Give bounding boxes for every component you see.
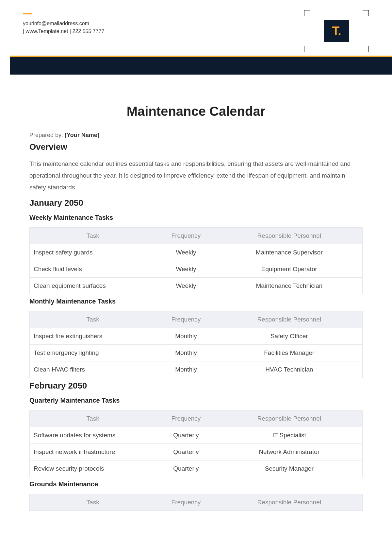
column-header: Task — [30, 410, 156, 427]
month-heading: February 2050 — [29, 381, 363, 391]
contact-info: yourinfo@emailaddress.com | www.Template… — [23, 20, 104, 35]
overview-text: This maintenance calendar outlines essen… — [29, 158, 363, 193]
task-table: TaskFrequencyResponsible PersonnelSoftwa… — [29, 410, 363, 477]
table-cell: Clean equipment surfaces — [30, 278, 156, 294]
table-cell: Monthly — [156, 361, 216, 378]
table-cell: Software updates for systems — [30, 427, 156, 444]
column-header: Frequency — [156, 494, 216, 511]
prepared-name: [Your Name] — [65, 132, 99, 138]
table-row: Clean HVAC filtersMonthlyHVAC Technician — [30, 361, 363, 378]
table-cell: Maintenance Supervisor — [216, 244, 362, 261]
column-header: Responsible Personnel — [216, 410, 362, 427]
table-row: Clean equipment surfacesWeeklyMaintenanc… — [30, 278, 363, 294]
table-row: Check fluid levelsWeeklyEquipment Operat… — [30, 261, 363, 278]
page-title: Maintenance Calendar — [29, 104, 363, 119]
table-cell: Inspect fire extinguishers — [30, 328, 156, 345]
table-cell: Network Administrator — [216, 444, 362, 460]
frame-corner — [304, 10, 310, 16]
contact-block: yourinfo@emailaddress.com | www.Template… — [23, 13, 104, 35]
table-row: Test emergency lightingMonthlyFacilities… — [30, 345, 363, 361]
column-header: Frequency — [156, 410, 216, 427]
table-row: Inspect safety guardsWeeklyMaintenance S… — [30, 244, 363, 261]
table-cell: IT Specialist — [216, 427, 362, 444]
content: Maintenance Calendar Prepared by: [Your … — [0, 75, 392, 511]
table-cell: Quarterly — [156, 444, 216, 460]
table-cell: HVAC Technician — [216, 361, 362, 378]
prepared-by: Prepared by: [Your Name] — [29, 132, 363, 139]
table-cell: Monthly — [156, 345, 216, 361]
table-cell: Weekly — [156, 261, 216, 278]
table-cell: Test emergency lighting — [30, 345, 156, 361]
sections-container: January 2050Weekly Maintenance TasksTask… — [29, 198, 363, 511]
task-group-heading: Grounds Maintenance — [29, 480, 363, 488]
table-cell: Weekly — [156, 278, 216, 294]
overview-heading: Overview — [29, 142, 363, 152]
task-group-heading: Weekly Maintenance Tasks — [29, 214, 363, 221]
logo-icon: T. — [324, 20, 349, 42]
contact-line2: | www.Template.net | 222 555 7777 — [23, 27, 104, 35]
table-cell: Inspect safety guards — [30, 244, 156, 261]
frame-corner — [363, 10, 369, 16]
page-header: yourinfo@emailaddress.com | www.Template… — [0, 0, 392, 52]
table-cell: Monthly — [156, 328, 216, 345]
frame-corner — [304, 46, 310, 52]
table-cell: Weekly — [156, 244, 216, 261]
column-header: Task — [30, 494, 156, 511]
table-cell: Inspect network infrastructure — [30, 444, 156, 460]
table-cell: Quarterly — [156, 460, 216, 477]
column-header: Task — [30, 228, 156, 244]
column-header: Frequency — [156, 228, 216, 244]
table-cell: Clean HVAC filters — [30, 361, 156, 378]
table-cell: Review security protocols — [30, 460, 156, 477]
task-table: TaskFrequencyResponsible PersonnelInspec… — [29, 311, 363, 378]
divider-band — [10, 56, 392, 75]
task-table: TaskFrequencyResponsible Personnel — [29, 494, 363, 511]
table-row: Software updates for systemsQuarterlyIT … — [30, 427, 363, 444]
frame-corner — [363, 46, 369, 52]
column-header: Frequency — [156, 311, 216, 328]
column-header: Responsible Personnel — [216, 311, 362, 328]
column-header: Task — [30, 311, 156, 328]
table-cell: Maintenance Technician — [216, 278, 362, 294]
prepared-label: Prepared by: — [29, 132, 65, 138]
table-cell: Facilities Manager — [216, 345, 362, 361]
table-cell: Equipment Operator — [216, 261, 362, 278]
task-group-heading: Quarterly Maintenance Tasks — [29, 397, 363, 404]
contact-email: yourinfo@emailaddress.com — [23, 20, 104, 27]
accent-bar — [23, 13, 32, 14]
column-header: Responsible Personnel — [216, 494, 362, 511]
table-row: Inspect fire extinguishersMonthlySafety … — [30, 328, 363, 345]
table-cell: Check fluid levels — [30, 261, 156, 278]
table-row: Review security protocolsQuarterlySecuri… — [30, 460, 363, 477]
table-row: Inspect network infrastructureQuarterlyN… — [30, 444, 363, 460]
table-cell: Safety Officer — [216, 328, 362, 345]
task-table: TaskFrequencyResponsible PersonnelInspec… — [29, 227, 363, 294]
month-heading: January 2050 — [29, 198, 363, 208]
column-header: Responsible Personnel — [216, 228, 362, 244]
table-cell: Security Manager — [216, 460, 362, 477]
table-cell: Quarterly — [156, 427, 216, 444]
logo-frame: T. — [304, 10, 369, 52]
task-group-heading: Monthly Maintenance Tasks — [29, 298, 363, 305]
